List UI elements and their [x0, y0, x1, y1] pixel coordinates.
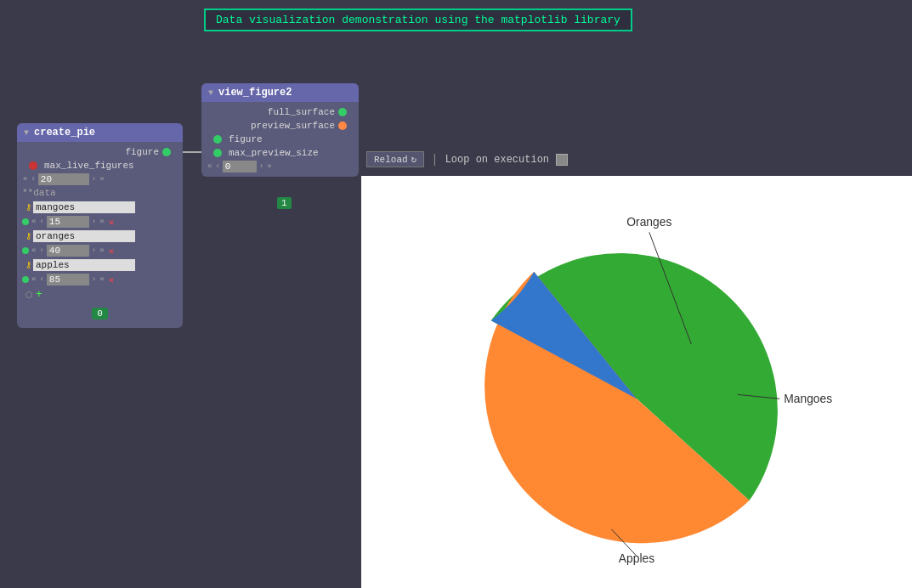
max-live-rr-arrow[interactable]: » [99, 175, 105, 184]
title-bar: Data visualization demonstration using t… [204, 8, 632, 31]
view-figure-input-port[interactable] [213, 135, 222, 144]
create-pie-body: figure max_live_figures « ‹ › » **data ⚷… [17, 142, 183, 328]
view-figure-input-label: figure [225, 134, 354, 144]
counter-badge: 1 [277, 197, 292, 209]
max-preview-input-row: « ‹ › » [201, 160, 359, 173]
view-figure-collapse-icon: ▼ [208, 88, 213, 98]
create-pie-header[interactable]: ▼ create_pie [17, 123, 183, 142]
view-figure-input-row: figure [201, 133, 359, 146]
oranges-port[interactable] [22, 247, 29, 254]
preview-surface-port[interactable] [338, 122, 347, 130]
view-figure-body: full_surface preview_surface figure max_… [201, 102, 359, 177]
create-pie-collapse-icon: ▼ [24, 128, 29, 138]
apples-r-arrow[interactable]: › [91, 275, 97, 284]
mangoes-chart-label: Mangoes [784, 392, 832, 405]
max-live-l-arrow[interactable]: ‹ [30, 175, 36, 184]
max-preview-port[interactable] [213, 149, 222, 157]
data-label: **data [17, 186, 183, 200]
reload-button[interactable]: Reload ↻ [366, 151, 424, 167]
reload-label: Reload [374, 155, 408, 165]
max-live-ll-arrow[interactable]: « [22, 175, 28, 184]
full-surface-label: full_surface [207, 107, 335, 117]
title-text: Data visualization demonstration using t… [216, 14, 620, 26]
max-live-label: max_live_figures [41, 161, 178, 171]
apples-port-row: ⚷ [17, 257, 183, 273]
oranges-l-arrow[interactable]: ‹ [38, 246, 44, 255]
oranges-value-input[interactable] [47, 245, 89, 257]
loop-on-execution-checkbox[interactable] [556, 154, 568, 166]
mangoes-r-arrow[interactable]: › [91, 218, 97, 226]
apples-rr-arrow[interactable]: » [99, 275, 105, 284]
view-figure-header[interactable]: ▼ view_figure2 [201, 83, 359, 102]
oranges-port-row: ⚷ [17, 229, 183, 244]
full-surface-port[interactable] [338, 108, 347, 116]
max-preview-input[interactable] [223, 161, 257, 172]
view-figure-node: ▼ view_figure2 full_surface preview_surf… [201, 83, 359, 177]
apples-ll-arrow[interactable]: « [31, 275, 37, 284]
max-live-input-row: « ‹ › » [17, 172, 183, 186]
create-pie-badge: 0 [92, 308, 108, 319]
max-preview-label: max_preview_size [225, 148, 354, 158]
apples-port[interactable] [22, 276, 29, 283]
create-pie-title: create_pie [34, 127, 95, 139]
figure-output-port[interactable] [162, 148, 171, 156]
max-preview-left-arrow[interactable]: « [207, 162, 212, 171]
apples-name-input[interactable] [33, 259, 135, 271]
oranges-name-input[interactable] [33, 230, 135, 242]
pie-chart: Oranges Mangoes Apples [361, 176, 912, 588]
oranges-rr-arrow[interactable]: » [99, 246, 105, 255]
max-live-port[interactable] [29, 161, 37, 170]
figure-output-label: figure [22, 147, 159, 157]
oranges-key-icon: ⚷ [25, 231, 31, 241]
oranges-r-arrow[interactable]: › [91, 246, 97, 255]
max-live-r-arrow[interactable]: › [91, 175, 97, 184]
mangoes-port[interactable] [22, 218, 29, 225]
mangoes-ll-arrow[interactable]: « [31, 218, 37, 226]
mangoes-rr-arrow[interactable]: » [99, 218, 105, 226]
apples-l-arrow[interactable]: ‹ [38, 275, 44, 284]
view-figure-title: view_figure2 [218, 87, 292, 99]
apples-chart-label: Apples [619, 551, 654, 565]
max-preview-left-arrow2[interactable]: ‹ [214, 162, 220, 171]
mangoes-port-row: ⚷ [17, 200, 183, 215]
mangoes-value-input[interactable] [47, 216, 89, 228]
preview-surface-row: preview_surface [201, 119, 359, 133]
create-pie-node: ▼ create_pie figure max_live_figures « ‹… [17, 123, 183, 328]
mangoes-value-row: « ‹ › » ✕ [17, 215, 183, 229]
add-item-btn[interactable]: + [36, 288, 42, 301]
add-port [25, 291, 32, 298]
reload-icon: ↻ [411, 154, 417, 165]
mangoes-delete-btn[interactable]: ✕ [109, 217, 115, 228]
preview-surface-label: preview_surface [207, 121, 335, 131]
counter-value: 1 [281, 198, 287, 208]
apples-value-row: « ‹ › » ✕ [17, 273, 183, 286]
oranges-chart-label: Oranges [626, 215, 671, 229]
max-preview-row: max_preview_size [201, 146, 359, 160]
control-bar: Reload ↻ | Loop on execution [361, 150, 573, 169]
apples-key-icon: ⚷ [25, 260, 31, 270]
viz-panel: Oranges Mangoes Apples [361, 176, 912, 588]
add-item-row: + [17, 286, 183, 302]
separator: | [431, 153, 438, 167]
apples-value-input[interactable] [47, 274, 89, 286]
figure-output-row: figure [17, 145, 183, 159]
max-preview-right-arrow[interactable]: › [258, 162, 264, 171]
apples-delete-btn[interactable]: ✕ [109, 274, 115, 286]
max-live-row: max_live_figures [17, 159, 183, 172]
oranges-ll-arrow[interactable]: « [31, 246, 37, 255]
max-live-input[interactable] [38, 173, 89, 185]
loop-on-execution-label: Loop on execution [445, 154, 549, 166]
full-surface-row: full_surface [201, 105, 359, 119]
badge-row: 0 [17, 302, 183, 325]
mangoes-key-icon: ⚷ [25, 202, 31, 212]
max-preview-right-arrow2[interactable]: » [266, 162, 272, 171]
mangoes-l-arrow[interactable]: ‹ [38, 218, 44, 226]
oranges-value-row: « ‹ › » ✕ [17, 244, 183, 257]
oranges-delete-btn[interactable]: ✕ [109, 246, 115, 257]
mangoes-name-input[interactable] [33, 201, 135, 213]
